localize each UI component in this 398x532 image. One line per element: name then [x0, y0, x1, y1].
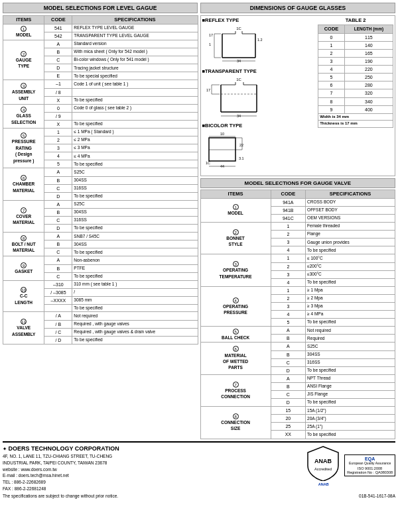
gv-item-label-8: CONNECTION SIZE: [221, 420, 250, 431]
gv-spec-cell: 316SS: [306, 358, 395, 366]
level-spec-cell: [72, 88, 198, 96]
level-spec-cell: To be specified: [72, 96, 198, 104]
company-info: ✦ DOERS TECHNOLOGY CORPORATION 4F, NO. 1…: [3, 445, 119, 492]
level-spec-cell: To be special specified: [72, 72, 198, 80]
page: MODEL SELECTIONS FOR LEVEL GAGUE DIMENSI…: [0, 0, 398, 501]
glass-length-cell: 400: [344, 105, 393, 113]
level-code-cell: D: [44, 192, 72, 200]
glass-length-header: LENGTH (mm): [344, 25, 393, 34]
level-spec-cell: REFLEX TYPE LEVEL GAUGE: [72, 24, 198, 32]
gv-code-cell: A: [271, 327, 305, 335]
gauge-valve-header: MODEL SELECTIONS FOR GAUGE VALVE: [200, 178, 396, 188]
level-spec-cell: 316SS: [72, 217, 198, 225]
gv-spec-cell: To be specified: [306, 366, 395, 374]
gv-row-num-2: 2: [233, 229, 239, 235]
level-code-cell: X: [44, 120, 72, 128]
level-code-cell: B: [44, 48, 72, 56]
gauge-valve-table: ITEMS CODE SPECIFICATIONS 1MODEL941ACROS…: [200, 189, 396, 439]
level-spec-cell: [72, 112, 198, 120]
glass-dimensions-table: CODE LENGTH (mm) 01151140216531904220525…: [318, 25, 393, 128]
gv-code-cell: 941C: [271, 214, 305, 222]
gv-code-cell: 1: [271, 254, 305, 262]
left-header-title: MODEL SELECTIONS FOR LEVEL GAGUE: [3, 3, 198, 13]
level-spec-cell: S25C: [72, 200, 198, 208]
level-spec-cell: Required , with gauge valves: [72, 320, 198, 328]
gv-spec-cell: To be specified: [306, 278, 395, 286]
glass-note: Thickness is 17 mm: [318, 121, 393, 128]
level-code-cell: / 9: [44, 112, 72, 120]
level-gauge-table: ITEMS CODE SPECIFICATIONS 1MODEL541REFLE…: [3, 15, 198, 345]
level-code-cell: B: [44, 176, 72, 184]
level-code-cell: 0: [44, 104, 72, 112]
cert-area: ANAB Accredited ANAB EQA European Qualit…: [305, 445, 395, 486]
gv-item-label-2: BONNET STYLE: [226, 236, 244, 246]
gv-row-num-4: 4: [233, 297, 239, 303]
gv-code-cell: B: [271, 382, 305, 390]
row-num-9: 9: [21, 262, 27, 268]
level-spec-cell: S25C: [72, 168, 198, 176]
level-code-cell: –310: [44, 280, 72, 288]
level-code-cell: E: [44, 72, 72, 80]
svg-text:10: 10: [220, 132, 224, 136]
level-code-cell: A: [44, 256, 72, 264]
item-label-1: MODEL: [16, 32, 31, 37]
gv-spec-cell: ≥ 2 Mpa: [306, 294, 395, 302]
transparent-diagram: 1C 17: [202, 76, 282, 119]
gv-item-label-4: OPERATING PRESSURE: [223, 304, 248, 315]
glass-length-cell: 250: [344, 74, 393, 81]
gv-code-cell: 941A: [271, 198, 305, 206]
glass-code-cell: 9: [318, 105, 345, 113]
level-spec-cell: 3085 mm: [72, 296, 198, 304]
gv-code-cell: 15: [271, 407, 305, 415]
gv-spec-cell: To be specified: [306, 399, 395, 407]
gv-spec-cell: Required: [306, 335, 395, 343]
gv-spec-cell: ≥ 4 MPa: [306, 311, 395, 319]
glass-length-cell: 340: [344, 97, 393, 105]
gv-spec-cell: Female threaded: [306, 223, 395, 231]
level-code-cell: [44, 305, 72, 312]
item-label-10: C-C LENGTH: [15, 293, 33, 304]
footer: ✦ DOERS TECHNOLOGY CORPORATION 4F, NO. 1…: [3, 441, 395, 498]
gv-item-label-3: OPERATING TEMPERATURE: [220, 268, 252, 278]
gv-code-cell: A: [271, 343, 305, 350]
glass-length-cell: 280: [344, 81, 393, 89]
item-label-5: PRESSURE RATING ( Design pressure ): [12, 139, 36, 162]
gv-spec-cell: S25C: [306, 343, 395, 350]
glass-code-cell: 8: [318, 97, 345, 105]
gv-spec-cell: OEM VERSIONS: [306, 214, 395, 222]
gv-code-cell: B: [271, 350, 305, 358]
gv-code-cell: 2: [271, 262, 305, 270]
gv-row-num-8: 8: [233, 413, 239, 419]
gv-spec-cell: To be specified: [306, 431, 395, 439]
gv-spec-cell: Gauge union provides: [306, 239, 395, 246]
svg-text:1.2: 1.2: [257, 38, 263, 42]
gv-spec-cell: Flange: [306, 231, 395, 239]
level-code-cell: B: [44, 208, 72, 216]
level-spec-cell: 304SS: [72, 176, 198, 184]
level-spec-cell: Code 1 of unit ( see table 1 ): [72, 80, 198, 88]
level-code-cell: C: [44, 184, 72, 192]
gv-spec-cell: OFFSET BODY: [306, 206, 395, 214]
gv-spec-cell: ≤ 100°C: [306, 254, 395, 262]
row-num-6: 6: [21, 175, 27, 181]
bicolor-type-title: ■BICOLOR TYPE: [202, 123, 316, 129]
gv-code-cell: D: [271, 399, 305, 407]
item-label-2: GAUGE TYPE: [16, 58, 32, 68]
level-spec-cell: To be specified: [72, 305, 198, 312]
gv-code-cell: C: [271, 358, 305, 366]
level-code-cell: B: [44, 264, 72, 272]
level-code-cell: 3: [44, 144, 72, 152]
level-code-cell: A: [44, 233, 72, 240]
gv-spec-cell: NPT Thread: [306, 374, 395, 382]
svg-text:3.1: 3.1: [239, 156, 244, 160]
diagrams-section: ■REFLEX TYPE 1C: [200, 15, 396, 176]
glass-length-cell: 320: [344, 89, 393, 97]
disclaimer: The specifications are subject to change…: [3, 494, 118, 498]
glass-code-cell: 5: [318, 74, 345, 81]
gv-code-cell: D: [271, 366, 305, 374]
cert2: Registration No : QA080308: [347, 470, 393, 474]
item-label-6: CHAMBER MATERIAL: [13, 182, 34, 192]
level-spec-cell: 310 mm ( see table 1 ): [72, 280, 198, 288]
glass-code-cell: 3: [318, 58, 345, 66]
gv-code-header: CODE: [271, 190, 305, 199]
